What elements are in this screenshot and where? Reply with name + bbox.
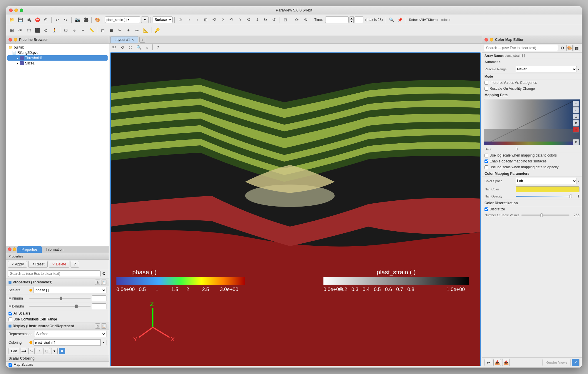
- layout-tab[interactable]: Layout #1 ✕: [110, 36, 138, 43]
- map-scalars-checkbox[interactable]: [9, 363, 12, 367]
- layout-close-icon[interactable]: ✕: [131, 38, 134, 41]
- add-layout-btn[interactable]: +: [139, 37, 145, 43]
- maximum-slider[interactable]: [29, 306, 91, 307]
- snapshot-button[interactable]: 📌: [396, 16, 404, 24]
- representation-dropdown-btn[interactable]: ▾: [141, 16, 149, 23]
- discretize-checkbox[interactable]: [485, 207, 488, 211]
- rescale-range-select[interactable]: Never: [516, 66, 577, 72]
- rescale-icon[interactable]: ⟺: [21, 348, 27, 354]
- display-copy-btn[interactable]: ⎘: [95, 323, 100, 329]
- settings-button[interactable]: ⏲: [42, 16, 50, 24]
- colormap-btn[interactable]: ■: [59, 348, 65, 354]
- vpt-reset-btn[interactable]: ⟲: [118, 44, 126, 51]
- edit-coloring-btn[interactable]: Edit: [9, 348, 19, 354]
- time-input[interactable]: 3.35652: [325, 16, 349, 23]
- vpt-zoom-btn[interactable]: 🔍: [135, 44, 143, 51]
- tree-item-pvd[interactable]: 📄 Rifting2D.pvd: [7, 50, 108, 55]
- minimize-button[interactable]: [14, 9, 18, 12]
- continuous-cell-checkbox[interactable]: [9, 318, 12, 321]
- rotate-90-ccw[interactable]: ⟲: [302, 16, 309, 24]
- close-button[interactable]: [9, 9, 13, 12]
- interpret-checkbox[interactable]: [485, 81, 488, 85]
- maximize-button[interactable]: [20, 9, 23, 12]
- points-button[interactable]: ⊹: [133, 26, 141, 34]
- vpt-pick-btn[interactable]: ⟐: [143, 44, 151, 51]
- cme-import-btn[interactable]: 📥: [493, 359, 501, 366]
- color-button[interactable]: 🎨: [93, 16, 101, 24]
- solid-toggle[interactable]: ⬛: [34, 26, 41, 34]
- cme-apply-btn[interactable]: ✓: [572, 359, 579, 366]
- surface-button[interactable]: ◻: [99, 26, 107, 34]
- minus-y-button[interactable]: -Y: [236, 16, 244, 24]
- clip-button[interactable]: ✦: [125, 26, 132, 34]
- apply-button[interactable]: ✓ Apply: [8, 261, 27, 268]
- coloring-dropdown-btn[interactable]: ▾: [100, 339, 106, 346]
- plus-x-button[interactable]: +X: [211, 16, 218, 24]
- camera-x-button[interactable]: ↔: [185, 16, 193, 24]
- vpt-select-btn[interactable]: ⬡: [127, 44, 134, 51]
- redo-button[interactable]: ↪: [62, 16, 70, 24]
- log-opacity-checkbox[interactable]: [485, 165, 488, 169]
- all-scalars-checkbox[interactable]: [9, 312, 12, 315]
- walk-button[interactable]: 🚶: [51, 26, 58, 34]
- heart-icon[interactable]: ♥: [51, 348, 58, 354]
- undo-button[interactable]: ↩: [54, 16, 61, 24]
- table-values-slider[interactable]: [521, 215, 569, 216]
- eye-toggle[interactable]: 👁: [16, 26, 24, 34]
- display-paste-btn[interactable]: 📋: [101, 323, 106, 329]
- tree-item-threshold[interactable]: ● Threshold1: [7, 55, 108, 61]
- rotate-cw-button[interactable]: ↻: [262, 16, 269, 24]
- strip-settings-btn[interactable]: ⚙: [573, 139, 579, 145]
- wireframe-toggle[interactable]: ⬚: [25, 26, 33, 34]
- minimum-slider[interactable]: [29, 298, 91, 299]
- representation-select[interactable]: Surface: [153, 16, 173, 23]
- camera-y-button[interactable]: ↕: [193, 16, 201, 24]
- time-down-button[interactable]: ▼: [350, 20, 354, 23]
- props-search-input[interactable]: [8, 270, 101, 277]
- extract-button[interactable]: ✂: [116, 26, 124, 34]
- minimum-thumb[interactable]: [60, 297, 62, 300]
- minimum-input[interactable]: 1: [92, 295, 106, 301]
- mapping-zoom-out-btn[interactable]: -: [573, 107, 579, 113]
- maximum-thumb[interactable]: [75, 305, 78, 308]
- section-paste-btn[interactable]: 📋: [101, 280, 106, 285]
- minus-x-button[interactable]: -X: [219, 16, 227, 24]
- disconnect-button[interactable]: ⛔: [34, 16, 41, 24]
- cme-search-input[interactable]: [484, 45, 558, 51]
- scalars-select[interactable]: phase [ ]: [34, 287, 106, 293]
- minus-z-button[interactable]: -Z: [253, 16, 261, 24]
- representation-value-select[interactable]: Surface: [34, 331, 106, 337]
- nan-color-swatch[interactable]: [516, 186, 579, 192]
- cme-color-btn[interactable]: 🎨: [566, 45, 573, 51]
- cme-reset-btn[interactable]: ↩: [485, 359, 492, 366]
- maximum-input[interactable]: 3: [92, 303, 106, 309]
- tree-item-slice[interactable]: ● Slice1: [7, 61, 108, 66]
- cme-opacity-btn[interactable]: ▦: [574, 45, 580, 51]
- nan-opacity-slider[interactable]: [516, 196, 572, 197]
- cme-export-btn[interactable]: 📤: [502, 359, 510, 366]
- vpt-help-btn[interactable]: ?: [154, 44, 162, 51]
- zoom-button[interactable]: 🔍: [388, 16, 395, 24]
- props-close-btn[interactable]: [8, 247, 11, 251]
- time-up-button[interactable]: ▲: [350, 16, 354, 20]
- rotate-ccw-button[interactable]: ↺: [270, 16, 278, 24]
- reset-camera-button[interactable]: ⊕: [176, 16, 184, 24]
- screenshot-button[interactable]: 📷: [74, 16, 81, 24]
- reset-all-button[interactable]: ⊡: [282, 16, 289, 24]
- opacity-mapping-checkbox[interactable]: [485, 159, 488, 163]
- mapping-zoom-in-btn[interactable]: +: [573, 101, 579, 107]
- pick-button[interactable]: ⟐: [71, 26, 78, 34]
- cme-gear-btn[interactable]: ⚙: [559, 45, 565, 51]
- reset-button[interactable]: ↺ Reset: [28, 261, 48, 268]
- save-button[interactable]: 💾: [16, 16, 24, 24]
- orient-toggle[interactable]: ⊙: [42, 26, 50, 34]
- rescale3-icon[interactable]: ↕: [36, 348, 42, 354]
- pipeline-close-btn[interactable]: [9, 38, 12, 41]
- pipeline-min-btn[interactable]: [14, 38, 17, 41]
- plus-y-button[interactable]: +Y: [228, 16, 235, 24]
- vpt-camera-btn[interactable]: 3D: [110, 44, 118, 51]
- ruler-button[interactable]: 📐: [142, 26, 149, 34]
- props-gear-button[interactable]: ⚙: [101, 270, 107, 277]
- color-key-btn[interactable]: 🔑: [153, 26, 161, 34]
- rotate-90-cw[interactable]: ⟳: [293, 16, 301, 24]
